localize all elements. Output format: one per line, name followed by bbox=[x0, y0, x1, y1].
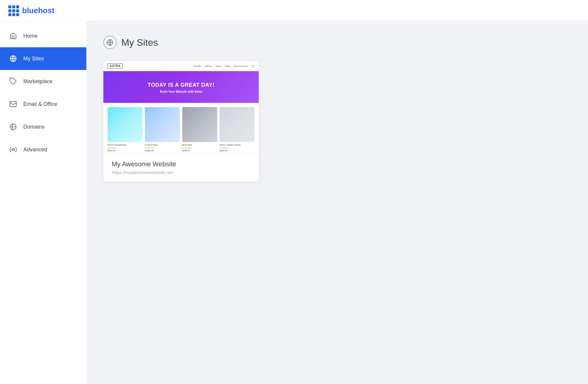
domains-icon bbox=[8, 122, 18, 132]
site-preview: ASTRA Home About Shop Blog My Account 🛒 … bbox=[103, 61, 259, 153]
product-name-1: Round Sunglasses bbox=[108, 144, 143, 146]
product-name-2: Formal Wear bbox=[145, 144, 180, 146]
product-img-sunglasses bbox=[108, 107, 143, 142]
sidebar-item-email-office[interactable]: Email & Office bbox=[0, 93, 86, 115]
preview-navbar: ASTRA Home About Shop Blog My Account 🛒 bbox=[103, 61, 259, 71]
main-content: My Sites ASTRA Home About Shop Blog My A… bbox=[87, 22, 588, 384]
page-title: My Sites bbox=[121, 37, 158, 48]
logo[interactable]: bluehost bbox=[8, 5, 54, 16]
sidebar-item-advanced[interactable]: Advanced bbox=[0, 138, 86, 161]
marketplace-icon bbox=[8, 77, 18, 86]
astra-logo: ASTRA bbox=[108, 63, 123, 68]
product-img-formal bbox=[145, 107, 180, 142]
sidebar-item-domains[interactable]: Domains bbox=[0, 115, 86, 138]
product-img-shoes bbox=[220, 107, 255, 142]
sidebar-label-domains: Domains bbox=[23, 124, 45, 130]
email-icon bbox=[8, 99, 18, 109]
logo-text: bluehost bbox=[22, 6, 54, 15]
product-stars-4: ★★★★★ bbox=[220, 147, 255, 149]
sidebar-label-home: Home bbox=[23, 33, 38, 39]
hero-subheading: Build Your Website with Astra bbox=[109, 90, 253, 93]
wordpress-icon bbox=[8, 54, 18, 63]
product-name-4: Men's Leather Shoes bbox=[220, 144, 255, 146]
svg-point-4 bbox=[12, 149, 14, 151]
nav-link-home: Home bbox=[194, 65, 201, 68]
nav-link-myaccount: My Account bbox=[234, 65, 248, 68]
preview-hero: TODAY IS A GREAT DAY! Build Your Website… bbox=[103, 71, 259, 103]
product-3: Blue Shirt ★★★★★ $299.00 bbox=[182, 107, 217, 152]
preview-nav-links: Home About Shop Blog My Account 🛒 bbox=[194, 65, 255, 68]
product-stars-3: ★★★★★ bbox=[182, 147, 217, 149]
site-info: My Awesome Website https://myawesomewebs… bbox=[103, 153, 259, 182]
page-header: My Sites bbox=[103, 36, 571, 49]
product-1: Round Sunglasses ★★★★★ $199.00 bbox=[108, 107, 143, 152]
product-name-3: Blue Shirt bbox=[182, 144, 217, 146]
sidebar-label-my-sites: My Sites bbox=[23, 56, 44, 62]
product-img-blueshirt bbox=[182, 107, 217, 142]
sidebar-item-my-sites[interactable]: My Sites bbox=[0, 47, 86, 70]
sidebar-label-advanced: Advanced bbox=[23, 147, 47, 153]
advanced-icon bbox=[8, 145, 18, 154]
svg-rect-2 bbox=[10, 101, 16, 106]
site-name: My Awesome Website bbox=[112, 160, 250, 168]
page-wp-icon bbox=[103, 36, 117, 49]
product-price-1: $199.00 bbox=[108, 150, 143, 152]
site-url: https://myawesomewebsite.net bbox=[112, 170, 250, 175]
product-2: Formal Wear ★★★★★ $1580.00 bbox=[145, 107, 180, 152]
header: bluehost bbox=[0, 0, 588, 22]
site-card[interactable]: ASTRA Home About Shop Blog My Account 🛒 … bbox=[103, 61, 259, 182]
home-icon bbox=[8, 31, 18, 41]
hero-heading: TODAY IS A GREAT DAY! bbox=[109, 82, 253, 88]
product-stars-1: ★★★★★ bbox=[108, 147, 143, 149]
sidebar: Home My Sites Marketplace Email & Office bbox=[0, 22, 87, 384]
nav-link-blog: Blog bbox=[225, 65, 230, 68]
sidebar-item-marketplace[interactable]: Marketplace bbox=[0, 70, 86, 93]
layout: Home My Sites Marketplace Email & Office bbox=[0, 22, 588, 384]
preview-products: Round Sunglasses ★★★★★ $199.00 Formal We… bbox=[103, 103, 259, 153]
sidebar-label-marketplace: Marketplace bbox=[23, 78, 53, 85]
sidebar-label-email-office: Email & Office bbox=[23, 101, 57, 107]
nav-link-shop: Shop bbox=[215, 65, 221, 68]
product-price-3: $299.00 bbox=[182, 150, 217, 152]
nav-link-about: About bbox=[204, 65, 212, 68]
logo-grid-icon bbox=[8, 5, 19, 16]
product-stars-2: ★★★★★ bbox=[145, 147, 180, 149]
product-4: Men's Leather Shoes ★★★★★ $120.00 bbox=[220, 107, 255, 152]
cart-icon: 🛒 bbox=[251, 65, 255, 68]
product-price-4: $120.00 bbox=[220, 150, 255, 152]
product-price-2: $1580.00 bbox=[145, 150, 180, 152]
sidebar-item-home[interactable]: Home bbox=[0, 25, 86, 47]
